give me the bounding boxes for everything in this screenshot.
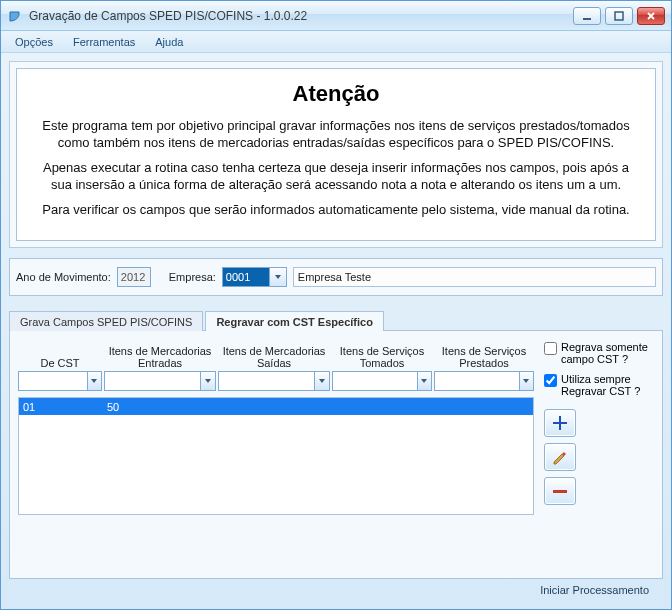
empresa-name: Empresa Teste	[293, 267, 656, 287]
grid-area: De CST Itens de MercadoriasEntradas Iten…	[18, 339, 534, 572]
maximize-button[interactable]	[605, 7, 633, 25]
empresa-code-input[interactable]	[222, 267, 270, 287]
menu-opcoes[interactable]: Opções	[5, 33, 63, 51]
check-utiliza-sempre[interactable]: Utiliza sempre Regravar CST ?	[544, 373, 654, 397]
tab-grava[interactable]: Grava Campos SPED PIS/COFINS	[9, 311, 203, 331]
check-regrava-somente[interactable]: Regrava somente campo CST ?	[544, 341, 654, 365]
filter-merc-saidas[interactable]	[218, 371, 330, 391]
side-controls: Regrava somente campo CST ? Utiliza semp…	[534, 339, 654, 572]
chevron-down-icon[interactable]	[201, 371, 216, 391]
check-regrava-somente-label: Regrava somente campo CST ?	[561, 341, 654, 365]
app-icon	[7, 8, 23, 24]
minus-icon	[551, 482, 569, 500]
filter-merc-entradas-input[interactable]	[104, 371, 201, 391]
col-serv-prestados: Itens de ServiçosPrestados	[434, 345, 534, 371]
col-de-cst: De CST	[18, 357, 102, 371]
cell-de-cst: 01	[19, 401, 103, 413]
filter-bar: Ano de Movimento: Empresa: Empresa Teste	[9, 258, 663, 296]
filter-de-cst-input[interactable]	[18, 371, 88, 391]
col-merc-saidas: Itens de MercadoriasSaídas	[218, 345, 330, 371]
filter-serv-prestados[interactable]	[434, 371, 534, 391]
window-controls	[573, 7, 665, 25]
empresa-drop-icon[interactable]	[270, 267, 287, 287]
table-row[interactable]: 01 50	[19, 398, 533, 415]
titlebar: Gravação de Campos SPED PIS/COFINS - 1.0…	[1, 1, 671, 31]
warning-p1: Este programa tem por objetivo principal…	[31, 117, 641, 151]
filter-serv-tomados[interactable]	[332, 371, 432, 391]
add-button[interactable]	[544, 409, 576, 437]
ano-input[interactable]	[117, 267, 151, 287]
remove-button[interactable]	[544, 477, 576, 505]
label-empresa: Empresa:	[169, 271, 216, 283]
label-ano: Ano de Movimento:	[16, 271, 111, 283]
filter-serv-prestados-input[interactable]	[434, 371, 520, 391]
col-serv-tomados: Itens de ServiçosTomados	[332, 345, 432, 371]
close-button[interactable]	[637, 7, 665, 25]
svg-rect-1	[615, 12, 623, 20]
tab-panel-regravar: De CST Itens de MercadoriasEntradas Iten…	[9, 330, 663, 579]
warning-box: Atenção Este programa tem por objetivo p…	[16, 68, 656, 241]
chevron-down-icon[interactable]	[418, 371, 432, 391]
app-window: Gravação de Campos SPED PIS/COFINS - 1.0…	[0, 0, 672, 610]
chevron-down-icon[interactable]	[520, 371, 534, 391]
menu-ajuda[interactable]: Ajuda	[145, 33, 193, 51]
filter-de-cst[interactable]	[18, 371, 102, 391]
tab-regravar[interactable]: Regravar com CST Específico	[205, 311, 384, 331]
tab-row: Grava Campos SPED PIS/COFINS Regravar co…	[9, 308, 663, 330]
menubar: Opções Ferramentas Ajuda	[1, 31, 671, 53]
column-filter-row	[18, 371, 534, 391]
warning-frame: Atenção Este programa tem por objetivo p…	[9, 61, 663, 248]
warning-heading: Atenção	[31, 81, 641, 107]
filter-merc-entradas[interactable]	[104, 371, 216, 391]
data-grid[interactable]: 01 50	[18, 397, 534, 515]
empresa-combo[interactable]	[222, 267, 287, 287]
filter-merc-saidas-input[interactable]	[218, 371, 315, 391]
window-title: Gravação de Campos SPED PIS/COFINS - 1.0…	[29, 9, 573, 23]
chevron-down-icon[interactable]	[88, 371, 102, 391]
check-utiliza-sempre-label: Utiliza sempre Regravar CST ?	[561, 373, 654, 397]
svg-rect-0	[583, 18, 591, 20]
cell-merc-entradas: 50	[103, 401, 215, 413]
client-area: Atenção Este programa tem por objetivo p…	[1, 53, 671, 609]
warning-p3: Para verificar os campos que serão infor…	[31, 201, 641, 218]
edit-button[interactable]	[544, 443, 576, 471]
minimize-button[interactable]	[573, 7, 601, 25]
chevron-down-icon[interactable]	[315, 371, 330, 391]
menu-ferramentas[interactable]: Ferramentas	[63, 33, 145, 51]
column-headers: De CST Itens de MercadoriasEntradas Iten…	[18, 339, 534, 371]
pencil-icon	[551, 448, 569, 466]
warning-p2: Apenas executar a rotina caso tenha cert…	[31, 159, 641, 193]
tabs-area: Grava Campos SPED PIS/COFINS Regravar co…	[9, 308, 663, 579]
col-merc-entradas: Itens de MercadoriasEntradas	[104, 345, 216, 371]
check-utiliza-sempre-box[interactable]	[544, 374, 557, 387]
plus-icon	[551, 414, 569, 432]
svg-rect-2	[553, 490, 567, 493]
footer: Iniciar Processamento	[9, 579, 663, 601]
filter-serv-tomados-input[interactable]	[332, 371, 418, 391]
start-processing-link[interactable]: Iniciar Processamento	[540, 584, 649, 596]
check-regrava-somente-box[interactable]	[544, 342, 557, 355]
